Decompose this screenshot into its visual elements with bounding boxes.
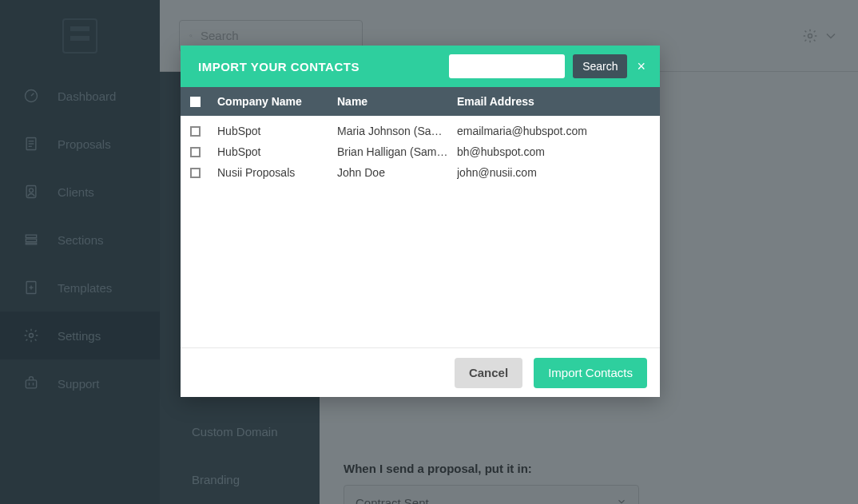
cancel-button[interactable]: Cancel [455,358,522,388]
row-checkbox[interactable] [190,147,201,157]
cell-email: bh@hubspot.com [457,145,650,158]
close-icon[interactable]: × [635,58,647,75]
cell-email: john@nusii.com [457,166,650,179]
import-contacts-modal: IMPORT YOUR CONTACTS Search × Company Na… [181,46,660,397]
column-name: Name [337,95,457,108]
modal-search-button[interactable]: Search [573,54,627,78]
table-row[interactable]: HubSpot Maria Johnson (Sa… emailmaria@hu… [181,121,660,141]
modal-footer: Cancel Import Contacts [181,347,660,397]
cell-company: HubSpot [217,145,337,158]
table-row[interactable]: HubSpot Brian Halligan (Sam… bh@hubspot.… [181,141,660,162]
row-checkbox[interactable] [190,126,201,137]
cell-name: Maria Johnson (Sa… [337,125,457,137]
table-header: Company Name Name Email Address [181,87,660,116]
modal-header: IMPORT YOUR CONTACTS Search × [181,46,660,87]
cell-email: emailmaria@hubspot.com [457,125,650,137]
cell-company: HubSpot [217,125,337,137]
row-checkbox[interactable] [190,168,201,178]
cell-company: Nusii Proposals [217,166,337,179]
cell-name: Brian Halligan (Sam… [337,145,457,158]
cell-name: John Doe [337,166,457,179]
table-row[interactable]: Nusii Proposals John Doe john@nusii.com [181,162,660,183]
import-contacts-button[interactable]: Import Contacts [534,358,647,388]
table-body: HubSpot Maria Johnson (Sa… emailmaria@hu… [181,116,660,347]
column-company: Company Name [217,95,337,108]
select-all-checkbox[interactable] [190,97,201,107]
modal-title: IMPORT YOUR CONTACTS [198,60,359,73]
modal-search-input[interactable] [449,54,565,78]
column-email: Email Address [457,95,650,108]
